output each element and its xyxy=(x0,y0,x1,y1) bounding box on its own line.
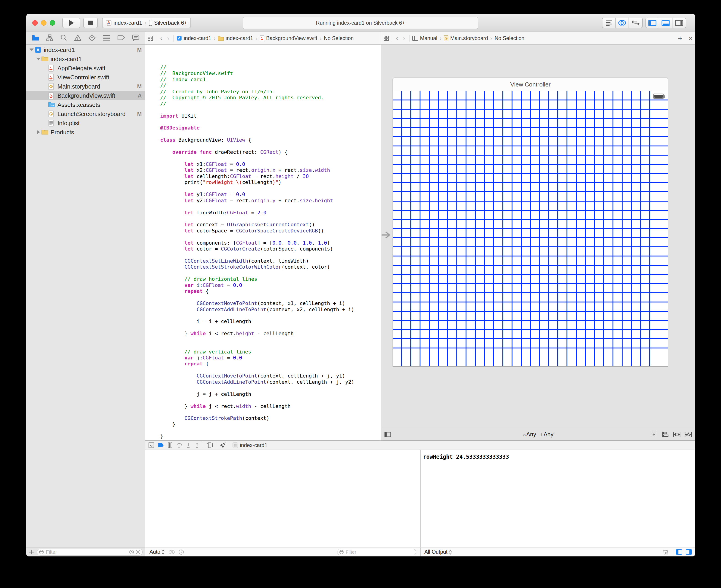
navigator-filter-input[interactable] xyxy=(45,549,128,555)
file-row-backgroundview-swift[interactable]: BackgroundView.swiftA xyxy=(26,91,145,100)
document-outline-toggle-icon[interactable] xyxy=(384,432,391,437)
code-line: let colorSpace = CGColorSpaceCreateDevic… xyxy=(160,228,380,234)
zoom-window-button[interactable] xyxy=(50,20,55,26)
storyboard-canvas[interactable]: View Controller xyxy=(381,45,695,428)
console-scope-selector[interactable]: All Output xyxy=(424,549,452,555)
related-items-icon[interactable] xyxy=(384,36,389,41)
close-assistant-button[interactable]: × xyxy=(688,34,693,43)
navigator-filter-field[interactable] xyxy=(37,549,143,555)
variables-scope-selector[interactable]: Auto xyxy=(149,549,165,555)
step-into-icon[interactable] xyxy=(186,442,191,448)
console-view[interactable]: rowHeight 24.5333333333333 xyxy=(421,450,695,547)
disclosure-triangle[interactable] xyxy=(36,58,41,60)
standard-editor-button[interactable] xyxy=(602,18,616,28)
code-line xyxy=(160,252,380,258)
scm-status-badge: A xyxy=(138,92,142,99)
tab-breakpoint-navigator[interactable] xyxy=(117,35,125,42)
code-line: // xyxy=(160,101,380,107)
code-area[interactable]: //// BackgroundView.swift// index-card1/… xyxy=(145,63,380,440)
chevron-right-icon: › xyxy=(255,35,258,42)
file-label: BackgroundView.swift xyxy=(58,92,115,99)
breadcrumb-selection[interactable]: No Selection xyxy=(495,35,524,41)
run-button[interactable] xyxy=(62,18,80,28)
pause-execution-icon[interactable] xyxy=(167,442,173,448)
tab-search-navigator[interactable] xyxy=(60,34,67,42)
file-row-appdelegate-swift[interactable]: AppDelegate.swift xyxy=(26,64,145,73)
version-editor-button[interactable] xyxy=(629,18,642,28)
toggle-utilities-button[interactable] xyxy=(673,18,686,28)
assistant-editor-button[interactable] xyxy=(616,18,629,28)
tab-report-navigator[interactable] xyxy=(132,34,139,42)
code-line: let cellLength:CGFloat = rect.height / 3… xyxy=(160,173,380,180)
hide-debug-area-icon[interactable] xyxy=(148,442,154,448)
code-line: CGContextMoveToPoint(context, x1, cellLe… xyxy=(160,300,380,306)
add-editor-button[interactable]: + xyxy=(678,34,682,43)
view-debugger-icon[interactable] xyxy=(206,442,213,448)
back-button[interactable]: ‹ xyxy=(159,34,164,42)
file-row-assets-xcassets[interactable]: Assets.xcassets xyxy=(26,100,145,109)
file-row-index-card1[interactable]: index-card1 xyxy=(26,55,145,64)
toggle-navigator-button[interactable] xyxy=(646,18,659,28)
scheme-selector[interactable]: index-card1 › Silverback 6+ xyxy=(102,18,191,28)
step-out-icon[interactable] xyxy=(194,442,200,448)
breadcrumb-mode[interactable]: Manual xyxy=(420,35,437,41)
toggle-debug-area-button[interactable] xyxy=(659,18,673,28)
embed-in-stack-icon[interactable] xyxy=(650,431,658,438)
breadcrumb-selection[interactable]: No Selection xyxy=(324,35,354,41)
step-over-icon[interactable] xyxy=(176,442,182,448)
forward-button[interactable]: › xyxy=(166,34,171,42)
info-icon[interactable] xyxy=(179,549,184,555)
disclosure-triangle[interactable] xyxy=(36,130,41,134)
variables-filter-field[interactable] xyxy=(337,549,416,555)
storyboard-file-icon xyxy=(48,83,54,90)
source-editor-pane: ‹ › index-card1 › index-card1 › Backgrou… xyxy=(145,32,380,440)
resolve-auto-layout-icon[interactable] xyxy=(685,431,692,438)
file-row-info-plist[interactable]: Info.plist xyxy=(26,119,145,128)
toggle-variables-view-button[interactable] xyxy=(676,549,682,554)
view-controller-header[interactable]: View Controller xyxy=(393,78,668,91)
add-icon[interactable] xyxy=(28,549,35,555)
breakpoints-toggle-icon[interactable] xyxy=(158,442,164,448)
close-window-button[interactable] xyxy=(32,20,38,26)
tab-debug-navigator[interactable] xyxy=(103,35,110,42)
file-row-index-card1[interactable]: index-card1M xyxy=(26,45,145,55)
clear-console-trash-icon[interactable] xyxy=(663,549,668,555)
breadcrumb-project[interactable]: index-card1 xyxy=(184,35,211,41)
tab-issue-navigator[interactable] xyxy=(74,34,81,42)
back-button[interactable]: ‹ xyxy=(395,34,400,42)
file-row-main-storyboard[interactable]: Main.storyboardM xyxy=(26,82,145,91)
scm-status-filter-icon[interactable] xyxy=(136,550,141,554)
variables-filter-input[interactable] xyxy=(345,549,414,555)
pin-icon[interactable] xyxy=(673,431,680,438)
related-items-icon[interactable] xyxy=(148,36,153,41)
tab-project-navigator[interactable] xyxy=(32,35,39,42)
forward-button[interactable]: › xyxy=(401,34,407,42)
align-icon[interactable] xyxy=(662,431,669,438)
size-class-control[interactable]: wAny hAny xyxy=(381,431,695,438)
code-line: import UIKit xyxy=(160,113,380,119)
variables-view[interactable] xyxy=(145,450,421,547)
process-selector[interactable]: index-card1 xyxy=(232,442,267,448)
debug-panes: rowHeight 24.5333333333333 xyxy=(145,450,695,547)
code-line: var j:CGFloat = 0.0 xyxy=(160,355,380,361)
tab-symbol-navigator[interactable] xyxy=(46,34,53,42)
file-row-products[interactable]: Products xyxy=(26,128,145,137)
toggle-console-view-button[interactable] xyxy=(686,549,692,554)
breadcrumb-group[interactable]: index-card1 xyxy=(226,35,253,41)
simulate-location-icon[interactable] xyxy=(220,442,226,448)
disclosure-triangle[interactable] xyxy=(28,48,35,51)
breadcrumb-file[interactable]: BackgroundView.swift xyxy=(266,35,317,41)
breadcrumb-file[interactable]: Main.storyboard xyxy=(450,35,488,41)
chevron-right-icon: › xyxy=(213,35,216,42)
tab-test-navigator[interactable] xyxy=(88,34,96,42)
minimize-window-button[interactable] xyxy=(41,20,46,26)
app-icon xyxy=(232,442,238,448)
background-view-grid[interactable] xyxy=(393,91,668,366)
quick-look-eye-icon[interactable] xyxy=(168,550,175,554)
file-row-viewcontroller-swift[interactable]: ViewController.swift xyxy=(26,73,145,82)
view-controller[interactable]: View Controller xyxy=(393,78,668,367)
code-line: @IBDesignable xyxy=(160,125,380,131)
file-row-launchscreen-storyboard[interactable]: LaunchScreen.storyboardM xyxy=(26,109,145,119)
stop-button[interactable] xyxy=(83,18,98,28)
recents-clock-icon[interactable] xyxy=(129,550,134,554)
